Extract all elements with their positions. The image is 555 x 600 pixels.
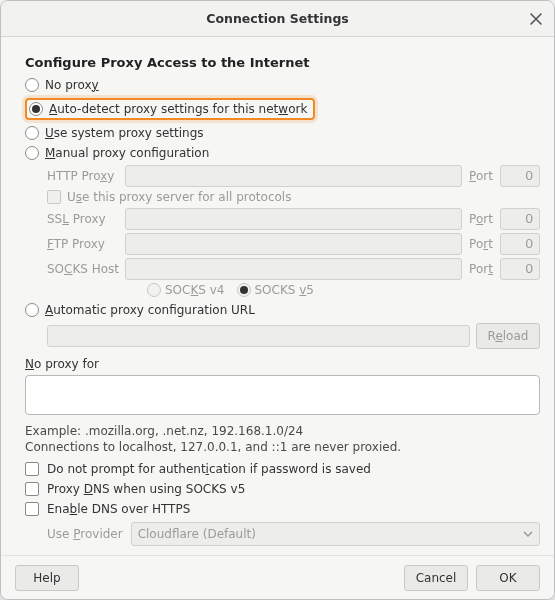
checkbox-no-prompt[interactable]: Do not prompt for authentication if pass… (25, 462, 540, 476)
checkbox-icon (25, 482, 39, 496)
radio-socks4[interactable]: SOCKS v4 (147, 283, 225, 297)
checkbox-label: Enable DNS over HTTPS (47, 502, 190, 516)
radio-auto-detect[interactable]: Auto-detect proxy settings for this netw… (25, 98, 315, 120)
use-for-all-row[interactable]: Use this proxy server for all protocols (47, 190, 540, 204)
checkbox-enable-doh[interactable]: Enable DNS over HTTPS (25, 502, 540, 516)
ftp-port-input[interactable] (500, 233, 540, 255)
radio-no-proxy[interactable]: No proxy (25, 76, 540, 94)
section-heading: Configure Proxy Access to the Internet (25, 55, 540, 70)
socks4-label: SOCKS v4 (165, 283, 225, 297)
auto-url-row: Reload (47, 323, 540, 349)
checkbox-label: Proxy DNS when using SOCKS v5 (47, 482, 245, 496)
no-proxy-note: Connections to localhost, 127.0.0.1, and… (25, 440, 540, 454)
connection-settings-dialog: Connection Settings Configure Proxy Acce… (0, 0, 555, 600)
socks-host-input[interactable] (125, 258, 462, 280)
ssl-proxy-row: SSL Proxy Port (47, 208, 540, 230)
dialog-footer: Help Cancel OK (1, 555, 554, 599)
checkbox-icon (25, 502, 39, 516)
checkbox-icon (25, 462, 39, 476)
radio-socks5[interactable]: SOCKS v5 (237, 283, 315, 297)
http-proxy-input[interactable] (125, 165, 462, 187)
radio-icon (25, 303, 39, 317)
radio-icon (147, 283, 161, 297)
http-proxy-row: HTTP Proxy Port (47, 165, 540, 187)
provider-select[interactable]: Cloudflare (Default) (131, 522, 540, 546)
ssl-port-input[interactable] (500, 208, 540, 230)
port-label: Port (466, 169, 496, 183)
ssl-proxy-label: SSL Proxy (47, 212, 121, 226)
radio-icon (29, 102, 43, 116)
radio-label: Automatic proxy configuration URL (45, 303, 255, 317)
checkbox-icon (47, 190, 61, 204)
port-label: Port (466, 212, 496, 226)
close-button[interactable] (526, 9, 546, 29)
provider-row: Use Provider Cloudflare (Default) (47, 522, 540, 546)
close-icon (530, 13, 542, 25)
help-button[interactable]: Help (15, 565, 79, 591)
no-proxy-example: Example: .mozilla.org, .net.nz, 192.168.… (25, 424, 540, 438)
manual-section: HTTP Proxy Port Use this proxy server fo… (47, 165, 540, 297)
socks-port-input[interactable] (500, 258, 540, 280)
radio-icon (25, 146, 39, 160)
radio-manual[interactable]: Manual proxy configuration (25, 144, 540, 162)
cancel-button[interactable]: Cancel (404, 565, 468, 591)
ssl-proxy-input[interactable] (125, 208, 462, 230)
http-port-input[interactable] (500, 165, 540, 187)
socks-version-row: SOCKS v4 SOCKS v5 (147, 283, 540, 297)
http-proxy-label: HTTP Proxy (47, 169, 121, 183)
provider-value: Cloudflare (Default) (138, 527, 256, 541)
titlebar: Connection Settings (1, 1, 554, 37)
window-title: Connection Settings (206, 11, 349, 26)
no-proxy-for-section: No proxy for Example: .mozilla.org, .net… (25, 357, 540, 454)
radio-label: No proxy (45, 78, 99, 92)
socks-host-row: SOCKS Host Port (47, 258, 540, 280)
ftp-proxy-label: FTP Proxy (47, 237, 121, 251)
port-label: Port (466, 262, 496, 276)
socks5-label: SOCKS v5 (255, 283, 315, 297)
radio-icon (25, 126, 39, 140)
checkbox-label: Do not prompt for authentication if pass… (47, 462, 371, 476)
radio-icon (25, 78, 39, 92)
radio-label: Auto-detect proxy settings for this netw… (49, 102, 307, 116)
radio-auto-url[interactable]: Automatic proxy configuration URL (25, 301, 540, 319)
checkbox-proxy-dns[interactable]: Proxy DNS when using SOCKS v5 (25, 482, 540, 496)
ok-button[interactable]: OK (476, 565, 540, 591)
ftp-proxy-row: FTP Proxy Port (47, 233, 540, 255)
no-proxy-for-label: No proxy for (25, 357, 540, 371)
radio-label: Manual proxy configuration (45, 146, 209, 160)
auto-url-input[interactable] (47, 325, 470, 347)
chevron-down-icon (523, 527, 533, 541)
socks-host-label: SOCKS Host (47, 262, 121, 276)
ftp-proxy-input[interactable] (125, 233, 462, 255)
radio-label: Use system proxy settings (45, 126, 204, 140)
reload-button[interactable]: Reload (476, 323, 540, 349)
use-for-all-label: Use this proxy server for all protocols (67, 190, 291, 204)
radio-icon (237, 283, 251, 297)
radio-use-system[interactable]: Use system proxy settings (25, 124, 540, 142)
dialog-body: Configure Proxy Access to the Internet N… (1, 37, 554, 555)
no-proxy-for-textarea[interactable] (25, 375, 540, 415)
provider-label: Use Provider (47, 527, 123, 541)
port-label: Port (466, 237, 496, 251)
